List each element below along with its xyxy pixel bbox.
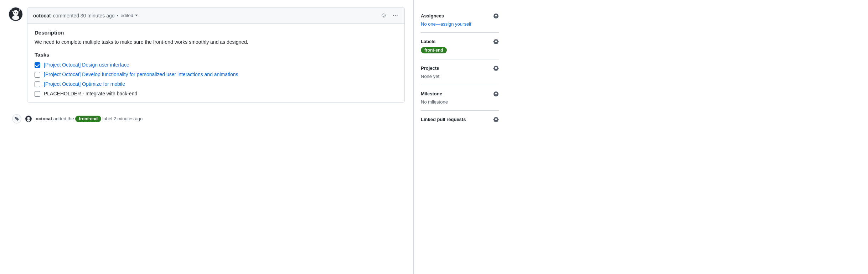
comment-header: octocat commented 30 minutes ago • edite… <box>27 7 404 24</box>
comment-username[interactable]: octocat <box>33 13 51 19</box>
projects-value: None yet <box>421 74 499 79</box>
avatar <box>9 7 23 21</box>
description-text: We need to complete multiple tasks to ma… <box>35 38 397 46</box>
svg-point-7 <box>27 119 30 121</box>
activity-username[interactable]: octocat <box>36 116 52 121</box>
comment-meta: commented 30 minutes ago <box>53 13 115 19</box>
tasks-title: Tasks <box>35 52 397 58</box>
sidebar-section-linked-prs: Linked pull requests <box>421 111 499 131</box>
activity-text: octocat added the front-end label 2 minu… <box>36 116 143 122</box>
svg-point-9 <box>29 118 29 118</box>
edited-label: edited <box>120 13 133 18</box>
activity-avatar <box>25 115 32 122</box>
assign-yourself-link[interactable]: No one—assign yourself <box>421 21 471 27</box>
activity-row: octocat added the front-end label 2 minu… <box>9 110 405 123</box>
sidebar-section-linked-prs-header: Linked pull requests <box>421 116 499 122</box>
sidebar-projects-title: Projects <box>421 65 439 71</box>
svg-point-4 <box>16 12 17 13</box>
sidebar-labels-title: Labels <box>421 39 435 44</box>
task-list: [Project Octocat] Design user interface … <box>35 62 397 97</box>
milestone-gear-icon[interactable] <box>493 91 499 96</box>
emoji-button[interactable]: ☺ <box>380 11 388 20</box>
list-item: [Project Octocat] Develop functionality … <box>35 72 397 78</box>
chevron-down-icon <box>135 15 138 16</box>
svg-point-8 <box>28 118 28 118</box>
sidebar-section-assignees: Assignees No one—assign yourself <box>421 7 499 33</box>
sidebar: Assignees No one—assign yourself Labels … <box>413 0 506 274</box>
sidebar-section-projects: Projects None yet <box>421 59 499 85</box>
task-link-3[interactable]: [Project Octocat] Optimize for mobile <box>44 81 125 87</box>
task-checkbox-3[interactable] <box>35 81 40 87</box>
sidebar-milestone-title: Milestone <box>421 91 442 96</box>
sidebar-section-labels-header: Labels <box>421 38 499 44</box>
edited-badge[interactable]: edited <box>120 13 138 18</box>
main-content: octocat commented 30 minutes ago • edite… <box>0 0 413 274</box>
sidebar-label-badge[interactable]: front-end <box>421 47 447 53</box>
svg-point-6 <box>27 117 30 120</box>
task-checkbox-4[interactable] <box>35 91 40 97</box>
tag-icon <box>14 116 19 121</box>
comment-body: Description We need to complete multiple… <box>27 24 404 102</box>
task-link-2[interactable]: [Project Octocat] Develop functionality … <box>44 72 238 77</box>
milestone-value: No milestone <box>421 99 499 105</box>
sidebar-section-projects-header: Projects <box>421 65 499 71</box>
labels-value: front-end <box>421 47 499 53</box>
activity-label-badge: front-end <box>75 116 101 122</box>
activity-action: added the <box>53 116 75 121</box>
sidebar-section-milestone: Milestone No milestone <box>421 85 499 111</box>
sidebar-section-labels: Labels front-end <box>421 33 499 59</box>
comment-header-left: octocat commented 30 minutes ago • edite… <box>33 13 138 19</box>
svg-point-2 <box>12 15 19 20</box>
more-options-button[interactable]: ··· <box>392 11 399 20</box>
task-text-4: PLACEHOLDER - Integrate with back-end <box>44 91 137 96</box>
task-checkbox-2[interactable] <box>35 72 40 78</box>
sidebar-linked-prs-title: Linked pull requests <box>421 117 466 122</box>
comment-header-right: ☺ ··· <box>380 11 399 20</box>
svg-point-1 <box>13 10 18 16</box>
comment-separator: • <box>117 13 119 19</box>
task-link-1[interactable]: [Project Octocat] Design user interface <box>44 62 129 68</box>
activity-post-action: label 2 minutes ago <box>103 116 143 121</box>
sidebar-section-milestone-header: Milestone <box>421 91 499 96</box>
sidebar-assignees-title: Assignees <box>421 13 444 19</box>
assignees-gear-icon[interactable] <box>493 13 499 19</box>
comment-container: octocat commented 30 minutes ago • edite… <box>9 7 405 103</box>
list-item: PLACEHOLDER - Integrate with back-end <box>35 91 397 97</box>
projects-gear-icon[interactable] <box>493 65 499 71</box>
description-title: Description <box>35 30 397 36</box>
labels-gear-icon[interactable] <box>493 38 499 44</box>
tag-icon-wrap <box>12 114 21 123</box>
svg-point-3 <box>14 12 15 13</box>
sidebar-section-assignees-header: Assignees <box>421 13 499 19</box>
linked-prs-gear-icon[interactable] <box>493 116 499 122</box>
assignees-value: No one—assign yourself <box>421 21 499 27</box>
comment-box: octocat commented 30 minutes ago • edite… <box>27 7 405 103</box>
list-item: [Project Octocat] Optimize for mobile <box>35 81 397 87</box>
list-item: [Project Octocat] Design user interface <box>35 62 397 68</box>
task-checkbox-1[interactable] <box>35 62 40 68</box>
